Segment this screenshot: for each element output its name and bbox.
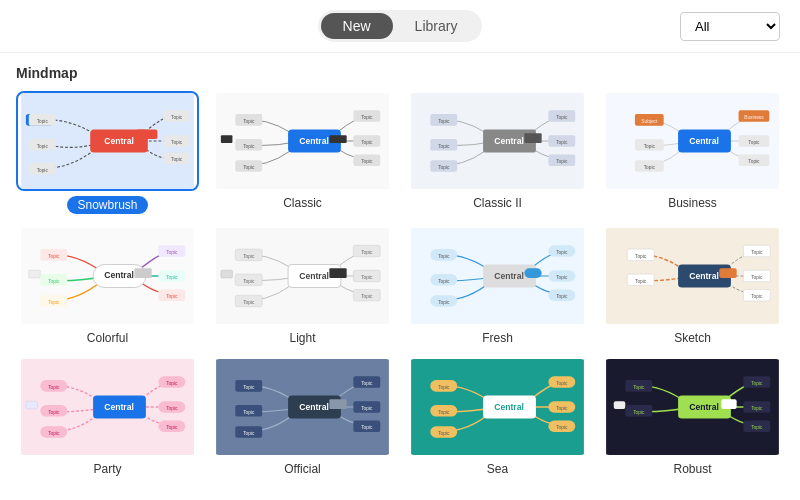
template-preview-official: Topic Topic Topic Central Topic Topic To… [211, 357, 394, 457]
template-card-light[interactable]: Topic Topic Topic Central Topic Topic To… [211, 226, 394, 345]
svg-text:Topic: Topic [556, 115, 568, 120]
svg-text:Topic: Topic [171, 157, 183, 162]
svg-text:Topic: Topic [48, 385, 60, 390]
template-grid: Topic Topic Topic Central Topic Topic To… [16, 91, 784, 476]
svg-rect-43 [524, 133, 541, 143]
svg-rect-75 [134, 268, 151, 278]
template-preview-fresh: Topic Topic Topic Central Topic Topic To… [406, 226, 589, 326]
svg-text:Topic: Topic [243, 144, 255, 149]
svg-text:Topic: Topic [48, 279, 60, 284]
template-label-robust: Robust [673, 462, 711, 476]
template-preview-light: Topic Topic Topic Central Topic Topic To… [211, 226, 394, 326]
svg-text:Topic: Topic [556, 159, 568, 164]
template-card-classic2[interactable]: Topic Topic Topic Central Topic Topic To… [406, 91, 589, 214]
svg-text:Topic: Topic [361, 425, 373, 430]
template-card-sketch[interactable]: Topic Topic Central Topic Topic Topic Sk… [601, 226, 784, 345]
page-header: New Library All Mindmap Flowchart Org Ch… [0, 0, 800, 53]
svg-text:Topic: Topic [635, 254, 647, 259]
template-preview-classic2: Topic Topic Topic Central Topic Topic To… [406, 91, 589, 191]
template-card-classic[interactable]: Topic Topic Topic Central Topic Topic To… [211, 91, 394, 214]
svg-text:Topic: Topic [361, 406, 373, 411]
template-label-sketch: Sketch [674, 331, 711, 345]
template-label-classic2: Classic II [473, 196, 522, 210]
template-preview-classic: Topic Topic Topic Central Topic Topic To… [211, 91, 394, 191]
svg-text:Topic: Topic [361, 381, 373, 386]
template-label-colorful: Colorful [87, 331, 128, 345]
template-card-business[interactable]: Subject Topic Topic Central Business Top… [601, 91, 784, 214]
svg-text:Topic: Topic [37, 119, 49, 124]
svg-text:Topic: Topic [243, 279, 255, 284]
svg-text:Business: Business [744, 115, 764, 120]
template-preview-snowbrush: Topic Topic Topic Central Topic Topic To… [16, 91, 199, 191]
svg-text:Central: Central [299, 402, 329, 412]
svg-rect-154 [329, 399, 346, 409]
svg-text:Topic: Topic [166, 250, 178, 255]
svg-text:Topic: Topic [438, 144, 450, 149]
svg-text:Topic: Topic [556, 425, 568, 430]
svg-text:Topic: Topic [48, 254, 60, 259]
tab-new[interactable]: New [321, 13, 393, 39]
svg-text:Topic: Topic [361, 140, 373, 145]
svg-rect-18 [221, 135, 233, 143]
template-card-snowbrush[interactable]: Topic Topic Topic Central Topic Topic To… [16, 91, 199, 214]
template-label-party: Party [93, 462, 121, 476]
svg-text:Central: Central [104, 136, 134, 146]
svg-text:Topic: Topic [556, 381, 568, 386]
template-content: Mindmap Topic Topic Topic Central [0, 53, 800, 500]
svg-text:Topic: Topic [243, 431, 255, 436]
template-preview-robust: Topic Topic Central Topic Topic Topic [601, 357, 784, 457]
template-label-business: Business [668, 196, 717, 210]
template-card-colorful[interactable]: Topic Topic Topic Central Topic Topic To… [16, 226, 199, 345]
template-card-party[interactable]: Topic Topic Topic Central Topic Topic To… [16, 357, 199, 476]
template-card-sea[interactable]: Topic Topic Topic Central Topic Topic To… [406, 357, 589, 476]
svg-text:Topic: Topic [556, 294, 568, 299]
svg-text:Topic: Topic [166, 425, 178, 430]
template-card-robust[interactable]: Topic Topic Central Topic Topic Topic Ro… [601, 357, 784, 476]
svg-text:Topic: Topic [243, 300, 255, 305]
svg-text:Topic: Topic [361, 294, 373, 299]
svg-text:Central: Central [104, 270, 134, 280]
svg-text:Topic: Topic [438, 254, 450, 259]
svg-text:Central: Central [689, 402, 719, 412]
svg-text:Central: Central [494, 402, 524, 412]
svg-text:Central: Central [689, 271, 719, 281]
template-label-light: Light [289, 331, 315, 345]
template-preview-sketch: Topic Topic Central Topic Topic Topic [601, 226, 784, 326]
section-title: Mindmap [16, 65, 784, 81]
template-label-sea: Sea [487, 462, 508, 476]
svg-text:Central: Central [299, 136, 329, 146]
svg-text:Topic: Topic [243, 165, 255, 170]
template-card-fresh[interactable]: Topic Topic Topic Central Topic Topic To… [406, 226, 589, 345]
svg-rect-92 [329, 268, 346, 278]
svg-text:Topic: Topic [361, 275, 373, 280]
svg-text:Topic: Topic [556, 275, 568, 280]
svg-text:Central: Central [494, 271, 524, 281]
svg-text:Topic: Topic [751, 275, 763, 280]
svg-text:Topic: Topic [243, 119, 255, 124]
svg-rect-108 [524, 268, 541, 278]
svg-rect-83 [221, 270, 233, 278]
svg-text:Central: Central [689, 136, 719, 146]
svg-text:Topic: Topic [751, 381, 763, 386]
template-label-classic: Classic [283, 196, 322, 210]
svg-text:Topic: Topic [635, 279, 647, 284]
svg-text:Central: Central [299, 271, 329, 281]
svg-text:Topic: Topic [166, 294, 178, 299]
svg-text:Topic: Topic [48, 431, 60, 436]
svg-text:Topic: Topic [748, 140, 760, 145]
svg-text:Topic: Topic [438, 431, 450, 436]
svg-text:Topic: Topic [438, 385, 450, 390]
svg-text:Topic: Topic [438, 410, 450, 415]
svg-text:Topic: Topic [243, 254, 255, 259]
svg-text:Topic: Topic [751, 406, 763, 411]
svg-rect-130 [26, 401, 38, 409]
svg-text:Topic: Topic [243, 385, 255, 390]
filter-dropdown[interactable]: All Mindmap Flowchart Org Chart [680, 12, 780, 41]
template-card-official[interactable]: Topic Topic Topic Central Topic Topic To… [211, 357, 394, 476]
svg-rect-10 [136, 129, 157, 139]
svg-text:Topic: Topic [166, 381, 178, 386]
tab-library[interactable]: Library [393, 13, 480, 39]
template-label-snowbrush: Snowbrush [67, 196, 147, 214]
svg-rect-122 [719, 268, 736, 278]
svg-text:Topic: Topic [37, 168, 49, 173]
